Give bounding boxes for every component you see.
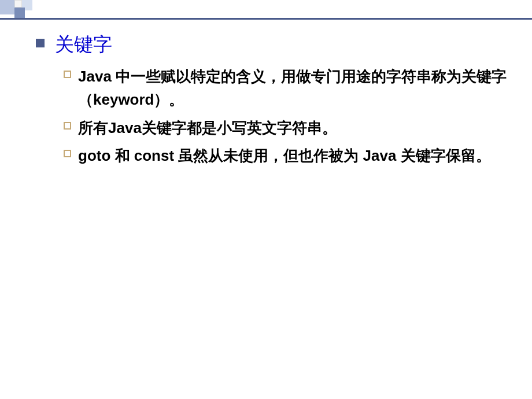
top-border [0, 18, 532, 20]
list-item: goto 和 const 虽然从未使用，但也作被为 Java 关键字保留。 [64, 144, 509, 167]
list-item: Java 中一些赋以特定的含义，用做专门用途的字符串称为关键字（keyword）… [64, 65, 509, 112]
heading-row: 关键字 [36, 32, 509, 58]
bullet-level2-icon [64, 150, 71, 157]
bullet-level2-icon [64, 122, 71, 130]
corner-decoration [0, 0, 35, 23]
bullet-level2-icon [64, 71, 71, 78]
deco-square [0, 0, 14, 14]
slide-heading: 关键字 [55, 32, 112, 58]
list-item-text: 所有Java关键字都是小写英文字符串。 [78, 116, 337, 139]
bullet-level1-icon [36, 39, 45, 47]
list-item: 所有Java关键字都是小写英文字符串。 [64, 116, 509, 139]
list-item-text: Java 中一些赋以特定的含义，用做专门用途的字符串称为关键字（keyword）… [78, 65, 509, 112]
deco-square [14, 0, 22, 8]
deco-square [14, 8, 25, 18]
list-item-text: goto 和 const 虽然从未使用，但也作被为 Java 关键字保留。 [78, 144, 491, 167]
bullet-list: Java 中一些赋以特定的含义，用做专门用途的字符串称为关键字（keyword）… [64, 65, 509, 167]
slide-content: 关键字 Java 中一些赋以特定的含义，用做专门用途的字符串称为关键字（keyw… [36, 32, 509, 172]
